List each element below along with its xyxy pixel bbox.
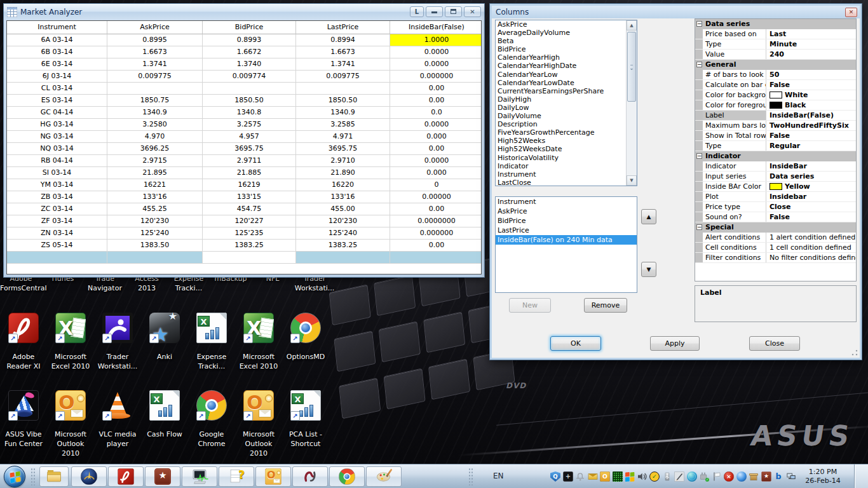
- property-value[interactable]: Insidebar: [766, 192, 856, 201]
- instrument-cell[interactable]: SI 03-14: [7, 167, 107, 179]
- value-cell[interactable]: 0.8993: [203, 34, 296, 46]
- desktop-icon-microsoft[interactable]: O↗MicrosoftOutlook 2010: [235, 388, 282, 458]
- property-value[interactable]: 240: [766, 50, 856, 59]
- value-cell[interactable]: 125'240: [296, 227, 390, 240]
- value-cell[interactable]: 1383.25: [296, 240, 390, 252]
- property-row[interactable]: Color for backgroundWhite: [695, 90, 856, 100]
- selected-column-item[interactable]: BidPrice: [496, 216, 637, 226]
- value-cell[interactable]: 125'240: [107, 227, 203, 240]
- available-column-item[interactable]: LastClose: [496, 179, 637, 186]
- value-cell[interactable]: 0.8994: [296, 34, 390, 46]
- footer-cell[interactable]: [296, 252, 390, 264]
- available-column-item[interactable]: BidPrice: [496, 45, 637, 53]
- property-value[interactable]: No filter conditions defined: [766, 253, 856, 262]
- value-cell[interactable]: [296, 83, 390, 95]
- property-row[interactable]: IndicatorInsideBar: [695, 161, 856, 172]
- taskbar-button-adobe-reader[interactable]: [108, 466, 144, 487]
- table-row[interactable]: NG 03-144.9704.9574.9710.000: [7, 131, 482, 143]
- value-cell[interactable]: 16221: [107, 179, 203, 191]
- available-column-item[interactable]: CurrentYearsEarningsPerShare: [496, 87, 637, 95]
- column-header[interactable]: Instrument: [7, 21, 107, 34]
- value-cell[interactable]: 3695.75: [203, 143, 296, 155]
- property-group-header[interactable]: −General: [695, 60, 856, 70]
- desktop-icon-optionsmd[interactable]: ↗OptionsMD: [282, 310, 329, 362]
- tray-safely-remove[interactable]: ✓: [699, 471, 709, 482]
- collapse-icon[interactable]: −: [696, 224, 702, 230]
- tray-norton[interactable]: ✓: [649, 471, 660, 482]
- property-row[interactable]: Input seriesData series: [695, 172, 856, 182]
- value-cell[interactable]: 0.0000: [390, 155, 482, 167]
- taskbar-button-wunderlist[interactable]: ★: [145, 466, 180, 487]
- desktop-icon-pca-list-[interactable]: X↗PCA List -Shortcut: [282, 388, 329, 449]
- tray-search-shield[interactable]: Q: [550, 471, 560, 482]
- footer-cell[interactable]: [203, 252, 296, 264]
- desktop-icon-vlc-media[interactable]: ↗VLC mediaplayer: [94, 388, 141, 449]
- desktop[interactable]: DVD ASUS AdobeFormsCentraliTunesTradeNav…: [0, 0, 868, 488]
- tray-error-badge[interactable]: ×: [724, 471, 734, 482]
- property-value[interactable]: 1 alert condition defined: [766, 233, 856, 242]
- value-cell[interactable]: 0.000000: [390, 71, 482, 83]
- value-cell[interactable]: 0.000: [390, 167, 482, 179]
- table-row[interactable]: ZS 05-141383.501383.251383.250.00: [7, 240, 482, 252]
- available-column-item[interactable]: High52Weeks: [496, 137, 637, 145]
- value-cell[interactable]: 0.009775: [107, 71, 203, 83]
- property-value[interactable]: Minute: [766, 39, 856, 49]
- column-header[interactable]: InsideBar(False): [390, 21, 482, 34]
- minimize-button[interactable]: [426, 6, 443, 17]
- property-row[interactable]: Show in Total rowFalse: [695, 131, 856, 141]
- value-cell[interactable]: 133'16: [107, 191, 203, 203]
- taskbar-button-paint[interactable]: [366, 466, 402, 487]
- selected-column-item[interactable]: AskPrice: [496, 207, 637, 216]
- value-cell[interactable]: [203, 83, 296, 95]
- value-cell[interactable]: 1.3740: [203, 58, 296, 71]
- available-column-item[interactable]: High52WeeksDate: [496, 145, 637, 153]
- available-column-item[interactable]: CalendarYearHighDate: [496, 62, 637, 70]
- move-up-button[interactable]: ▲: [641, 209, 656, 224]
- value-cell[interactable]: 2.9715: [107, 155, 203, 167]
- instrument-cell[interactable]: 6A 03-14: [7, 34, 107, 46]
- scroll-up-icon[interactable]: ▲: [627, 20, 637, 30]
- property-value[interactable]: False: [766, 131, 856, 140]
- available-column-item[interactable]: Description: [496, 120, 637, 128]
- value-cell[interactable]: 16220: [296, 179, 390, 191]
- resize-grip[interactable]: [851, 349, 858, 356]
- value-cell[interactable]: 455.00: [296, 203, 390, 215]
- instrument-cell[interactable]: NG 03-14: [7, 131, 107, 143]
- tray-network-display[interactable]: [786, 471, 796, 482]
- value-cell[interactable]: 2.9711: [203, 155, 296, 167]
- link-button[interactable]: L: [410, 6, 424, 17]
- value-cell[interactable]: 1.6673: [107, 46, 203, 58]
- property-value[interactable]: 1 cell condition defined: [766, 243, 856, 252]
- tray-green-grid[interactable]: [613, 471, 623, 482]
- value-cell[interactable]: 0.009775: [296, 71, 390, 83]
- value-cell[interactable]: 1340.9: [296, 107, 390, 119]
- table-row[interactable]: 6A 03-140.89950.89930.89941.0000: [7, 34, 482, 46]
- selected-column-item-active[interactable]: InsideBar(False) on 240 Min data: [496, 235, 637, 245]
- selected-column-item[interactable]: LastPrice: [496, 226, 637, 235]
- tray-windows-update[interactable]: [625, 471, 635, 482]
- tray-package-box[interactable]: [749, 471, 759, 482]
- value-cell[interactable]: 125'235: [203, 227, 296, 240]
- available-column-item[interactable]: Indicator: [496, 162, 637, 170]
- table-row[interactable]: SI 03-1421.89521.88521.8900.000: [7, 167, 482, 179]
- table-row[interactable]: ZB 03-14133'16133'15133'160.00000: [7, 191, 482, 203]
- footer-cell[interactable]: [390, 252, 482, 264]
- property-value[interactable]: Black: [766, 100, 856, 110]
- columns-dialog-titlebar[interactable]: Columns: [492, 6, 860, 18]
- property-row[interactable]: Sound on?False: [695, 212, 856, 222]
- tray-bing[interactable]: b: [773, 471, 783, 482]
- tray-volume[interactable]: [637, 471, 648, 482]
- property-grid[interactable]: −Data seriesPrice based onLastTypeMinute…: [695, 18, 857, 281]
- taskbar-button-trade-navigator[interactable]: [71, 466, 107, 487]
- instrument-cell[interactable]: ZN 03-14: [7, 227, 107, 240]
- tray-bell[interactable]: [575, 471, 585, 482]
- value-cell[interactable]: 21.890: [296, 167, 390, 179]
- value-cell[interactable]: 0.000000: [390, 227, 482, 240]
- instrument-cell[interactable]: YM 03-14: [7, 179, 107, 191]
- taskbar-grip-2[interactable]: [468, 468, 473, 485]
- property-value[interactable]: 50: [766, 70, 856, 79]
- footer-cell[interactable]: [7, 252, 107, 264]
- taskbar-button-explorer-folder[interactable]: [39, 466, 69, 487]
- desktop-icon-microsoft[interactable]: O↗MicrosoftOutlook 2010: [47, 388, 94, 458]
- property-group-header[interactable]: −Data series: [695, 19, 856, 29]
